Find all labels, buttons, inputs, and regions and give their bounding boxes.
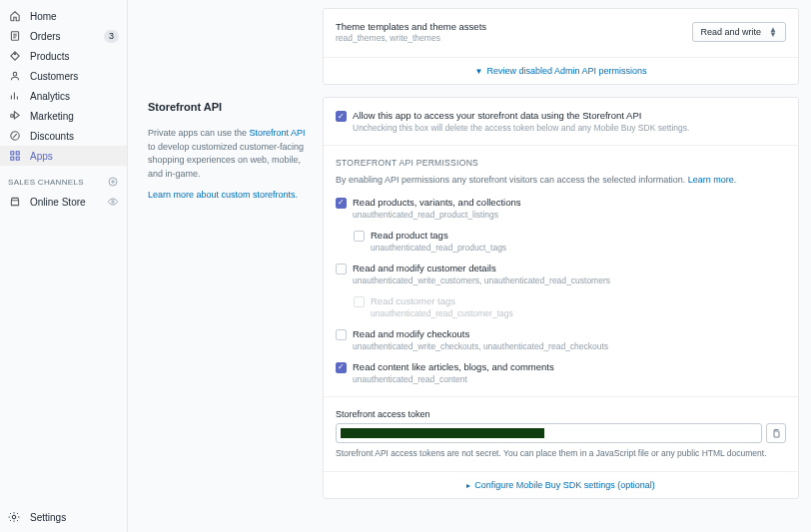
nav-label: Discounts	[30, 131, 74, 142]
permissions-section-desc: By enabling API permissions any storefro…	[336, 174, 786, 187]
caret-right-icon: ▸	[466, 481, 470, 490]
token-note: Storefront API access tokens are not sec…	[336, 448, 786, 460]
nav-label: Apps	[30, 151, 53, 162]
customers-icon	[8, 69, 22, 83]
copy-icon	[771, 428, 781, 438]
storefront-api-title: Storefront API	[148, 101, 309, 113]
access-token-label: Storefront access token	[336, 409, 786, 419]
perm-label: Read and modify checkouts	[353, 328, 608, 339]
svg-point-10	[12, 515, 16, 519]
nav-apps[interactable]: Apps	[0, 146, 127, 166]
perm-read-content-checkbox[interactable]	[336, 362, 347, 373]
description-column: Storefront API Private apps can use the …	[148, 0, 323, 532]
nav-label: Home	[30, 11, 57, 22]
svg-point-9	[112, 201, 114, 203]
nav-discounts[interactable]: Discounts	[0, 126, 127, 146]
sidebar: Home Orders 3 Products Customers Analyti…	[0, 0, 128, 532]
access-token-input[interactable]	[336, 423, 762, 443]
nav-analytics[interactable]: Analytics	[0, 86, 127, 106]
perm-read-customer-tags-checkbox	[354, 296, 365, 307]
marketing-icon	[8, 109, 22, 123]
theme-permission-select[interactable]: Read and write ▲▼	[692, 22, 786, 42]
storefront-api-link[interactable]: Storefront API	[250, 128, 306, 138]
add-channel-icon[interactable]	[107, 176, 119, 188]
nav-label: Marketing	[30, 111, 74, 122]
select-value: Read and write	[701, 27, 762, 37]
perm-sub: unauthenticated_read_content	[353, 374, 554, 384]
gear-icon	[8, 510, 22, 524]
nav-orders[interactable]: Orders 3	[0, 26, 127, 46]
nav-label: Orders	[30, 31, 61, 42]
svg-rect-6	[11, 157, 14, 160]
perm-modify-checkouts: Read and modify checkouts unauthenticate…	[336, 328, 786, 351]
nav-label: Analytics	[30, 91, 70, 102]
nav-label: Online Store	[30, 197, 86, 208]
view-store-icon[interactable]	[107, 196, 119, 208]
theme-title: Theme templates and theme assets	[336, 21, 486, 32]
nav-customers[interactable]: Customers	[0, 66, 127, 86]
copy-token-button[interactable]	[766, 423, 786, 443]
nav-settings[interactable]: Settings	[0, 502, 127, 532]
caret-down-icon: ▼	[475, 67, 483, 76]
apps-icon	[8, 149, 22, 163]
products-icon	[8, 49, 22, 63]
settings-label: Settings	[30, 512, 66, 523]
review-disabled-permissions-link[interactable]: ▼Review disabled Admin API permissions	[324, 57, 798, 84]
nav-online-store[interactable]: Online Store	[0, 192, 127, 212]
section-label: SALES CHANNELS	[8, 178, 84, 187]
allow-storefront-label: Allow this app to access your storefront…	[353, 110, 689, 121]
nav-marketing[interactable]: Marketing	[0, 106, 127, 126]
configure-mobile-sdk-link[interactable]: ▸Configure Mobile Buy SDK settings (opti…	[324, 471, 798, 498]
orders-badge: 3	[104, 30, 119, 43]
perm-sub: unauthenticated_read_product_listings	[353, 210, 520, 220]
perm-label: Read and modify customer details	[353, 263, 610, 273]
storefront-api-description: Private apps can use the Storefront API …	[148, 127, 309, 181]
permissions-section-title: STOREFRONT API PERMISSIONS	[336, 158, 786, 168]
discounts-icon	[8, 129, 22, 143]
perm-read-customer-tags: Read customer tags unauthenticated_read_…	[354, 295, 786, 318]
perm-read-product-tags: Read product tags unauthenticated_read_p…	[354, 230, 786, 253]
allow-storefront-checkbox[interactable]	[336, 111, 347, 122]
nav-home[interactable]: Home	[0, 6, 127, 26]
perm-sub: unauthenticated_write_customers, unauthe…	[353, 275, 610, 285]
orders-icon	[8, 29, 22, 43]
svg-rect-4	[11, 152, 14, 155]
svg-point-2	[13, 72, 17, 76]
svg-rect-11	[774, 431, 779, 437]
perm-read-products: Read products, variants, and collections…	[336, 197, 786, 220]
theme-permission-row: Theme templates and theme assets read_th…	[336, 21, 786, 53]
perm-read-content: Read content like articles, blogs, and c…	[336, 361, 786, 384]
nav-label: Customers	[30, 71, 78, 82]
perm-modify-customers: Read and modify customer details unauthe…	[336, 263, 786, 285]
permissions-list: Read products, variants, and collections…	[336, 197, 786, 384]
perm-modify-customers-checkbox[interactable]	[336, 264, 347, 274]
select-chevron-icon: ▲▼	[769, 27, 777, 37]
svg-rect-5	[16, 152, 19, 155]
main: Storefront API Private apps can use the …	[128, 0, 811, 532]
allow-storefront-sub: Unchecking this box will delete the acce…	[353, 123, 689, 133]
perm-label: Read customer tags	[371, 295, 513, 306]
nav-list: Home Orders 3 Products Customers Analyti…	[0, 0, 127, 212]
perm-sub: unauthenticated_read_customer_tags	[371, 308, 513, 318]
perm-modify-checkouts-checkbox[interactable]	[336, 329, 347, 340]
admin-api-card: Theme templates and theme assets read_th…	[323, 8, 799, 85]
learn-more-link[interactable]: Learn more.	[688, 175, 737, 185]
svg-rect-7	[16, 157, 19, 160]
perm-sub: unauthenticated_write_checkouts, unauthe…	[353, 341, 608, 351]
perm-read-product-tags-checkbox[interactable]	[354, 231, 365, 242]
analytics-icon	[8, 89, 22, 103]
theme-subtitle: read_themes, write_themes	[336, 33, 486, 43]
nav-label: Products	[30, 51, 69, 62]
token-redacted	[341, 428, 544, 438]
svg-point-1	[14, 54, 15, 55]
perm-label: Read product tags	[371, 230, 506, 241]
store-icon	[8, 195, 22, 209]
perm-label: Read products, variants, and collections	[353, 197, 520, 208]
perm-read-products-checkbox[interactable]	[336, 198, 347, 209]
home-icon	[8, 9, 22, 23]
perm-label: Read content like articles, blogs, and c…	[353, 361, 554, 372]
nav-products[interactable]: Products	[0, 46, 127, 66]
storefront-api-card: Allow this app to access your storefront…	[323, 97, 799, 499]
perm-sub: unauthenticated_read_product_tags	[371, 243, 506, 253]
learn-custom-storefronts-link[interactable]: Learn more about custom storefronts.	[148, 190, 298, 200]
